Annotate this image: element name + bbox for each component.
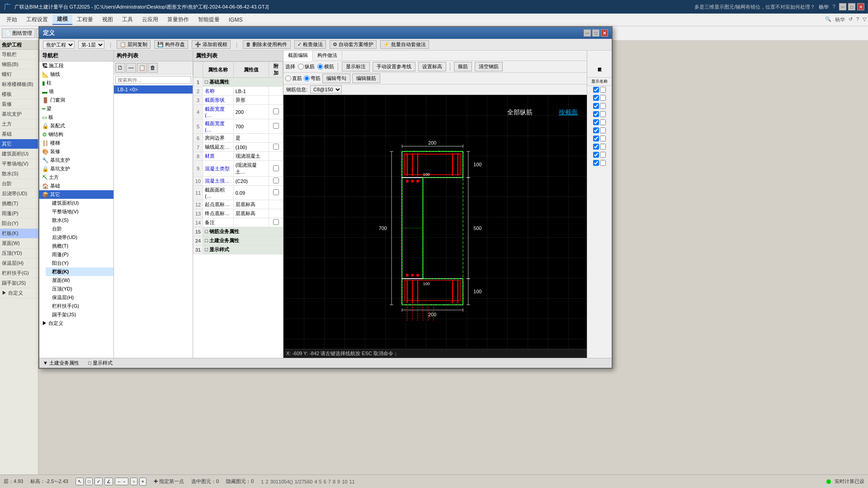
prop-value[interactable]: 层底标高: [233, 200, 269, 209]
menu-igms[interactable]: IGMS: [224, 16, 247, 24]
rp-check7[interactable]: [593, 111, 599, 117]
nav-foundation[interactable]: 🏠基础: [39, 182, 113, 190]
table-row[interactable]: 2 名称 LB-1: [193, 87, 283, 96]
bent-radio-input[interactable]: [304, 75, 310, 81]
bent-radio[interactable]: 弯筋: [304, 75, 321, 82]
def-maximize-button[interactable]: □: [592, 29, 599, 37]
nav-coping[interactable]: 压顶(YD): [46, 285, 113, 293]
minimize-button[interactable]: ─: [839, 3, 846, 10]
rp-check12[interactable]: [600, 127, 606, 133]
rp-check2[interactable]: [600, 87, 606, 93]
prop-value[interactable]: 0.09: [233, 186, 269, 200]
prop-value[interactable]: 700: [233, 119, 269, 134]
nav-scaffold[interactable]: 踢手架(JS): [46, 310, 113, 319]
nav-post-cast[interactable]: 后浇带(UD): [46, 233, 113, 242]
sidebar-item-parapet[interactable]: 栏板(K): [0, 229, 38, 239]
nav-column[interactable]: ▮柱: [39, 79, 113, 87]
rp-check14[interactable]: [600, 136, 606, 141]
sidebar-item-base[interactable]: 基础: [0, 129, 38, 139]
sidebar-item-floor-area[interactable]: 建筑面积(U): [0, 149, 38, 159]
status-check-btn[interactable]: ✓: [94, 478, 103, 485]
horizontal-rebar-radio[interactable]: 横筋: [317, 63, 334, 70]
prop-extra[interactable]: [269, 186, 283, 200]
rp-check16[interactable]: [600, 144, 606, 150]
nav-scatter[interactable]: 散水(S): [46, 216, 113, 225]
rp-check18[interactable]: [600, 152, 606, 158]
sidebar-item-earthwork[interactable]: 土方: [0, 119, 38, 129]
comp-copy-button[interactable]: 📋: [137, 63, 147, 73]
prop-value[interactable]: (现浇混凝土…: [233, 161, 269, 177]
prop-value[interactable]: 现浇混凝土: [233, 152, 269, 161]
straight-radio[interactable]: 直筋: [285, 75, 302, 82]
comp-search-input[interactable]: [115, 76, 191, 84]
sidebar-item-foundation[interactable]: 基坑支护: [0, 109, 38, 119]
nav-door-window[interactable]: 🚪门窗洞: [39, 96, 113, 104]
sidebar-item-rebar[interactable]: 钢筋(B): [0, 60, 38, 70]
table-row[interactable]: 8 材质 现浇混凝土: [193, 152, 283, 161]
sidebar-item-nav[interactable]: 导航栏: [0, 50, 38, 60]
table-row[interactable]: 6 房间边界 是: [193, 134, 283, 143]
project-select[interactable]: 焦炉工程: [43, 41, 75, 49]
sidebar-item-scaffold[interactable]: 踢手架(JS): [0, 278, 38, 288]
horizontal-radio-input[interactable]: [317, 64, 323, 70]
prop-value[interactable]: (100): [233, 143, 269, 152]
rp-check9[interactable]: [593, 119, 599, 125]
prop-value[interactable]: LB-1: [233, 87, 269, 96]
table-row[interactable]: 14 备注: [193, 218, 283, 227]
rp-check11[interactable]: [593, 127, 599, 133]
prop-extra[interactable]: [269, 143, 283, 152]
table-row[interactable]: 9 混凝土类型 (现浇混凝土…: [193, 161, 283, 177]
rp-check3[interactable]: [593, 95, 599, 101]
nav-axis[interactable]: 📐轴线: [39, 70, 113, 79]
menu-cloud[interactable]: 云应用: [137, 15, 163, 24]
prop-value[interactable]: 异形: [233, 96, 269, 105]
prop-extra[interactable]: [269, 177, 283, 186]
sidebar-item-floor-slab[interactable]: 标准楼梯板(B): [0, 80, 38, 89]
sidebar-item-insulation[interactable]: 保温层(H): [0, 258, 38, 268]
nav-slab[interactable]: ▭板: [39, 113, 113, 122]
tab-comp-method[interactable]: 构件做法: [313, 51, 342, 61]
sidebar-item-custom[interactable]: ▶ 自定义: [0, 288, 38, 298]
menu-start[interactable]: 开始: [2, 15, 22, 24]
sidebar-item-scatter[interactable]: 散水(S): [0, 169, 38, 179]
prop-checkbox[interactable]: [273, 144, 279, 150]
edit-stirrup-btn[interactable]: 编辑箍筋: [352, 74, 380, 83]
sidebar-item-canopy[interactable]: 雨蓬(P): [0, 209, 38, 219]
sidebar-item-floors[interactable]: 楼板: [0, 89, 38, 99]
rp-check13[interactable]: [593, 136, 599, 141]
menu-view[interactable]: 视图: [98, 15, 118, 24]
sidebar-item-leveling[interactable]: 平整场地(V): [0, 159, 38, 169]
layer-copy-btn[interactable]: 📋 层间复制: [117, 40, 151, 49]
nav-insulation[interactable]: 保温层(H): [46, 293, 113, 302]
prop-extra[interactable]: [269, 119, 283, 134]
drawing-mgmt-button[interactable]: 📄 图纸管理: [2, 28, 35, 38]
set-elevation-btn[interactable]: 设置标高: [418, 62, 446, 71]
nav-wall[interactable]: ▬墙: [39, 87, 113, 96]
def-minimize-button[interactable]: ─: [584, 29, 591, 37]
rp-check15[interactable]: [593, 144, 599, 150]
help-icon[interactable]: ?: [832, 4, 835, 10]
table-row[interactable]: 3 截面形状 异形: [193, 96, 283, 105]
table-row[interactable]: 10 混凝土强… (C20): [193, 177, 283, 186]
comp-save-btn[interactable]: 💾 构件存盘: [154, 40, 188, 49]
sidebar-item-balcony[interactable]: 阳台(Y): [0, 219, 38, 229]
prop-value[interactable]: (C20): [233, 177, 269, 186]
comp-delete-button[interactable]: 🗑: [148, 63, 158, 73]
prop-value[interactable]: 是: [233, 134, 269, 143]
table-row[interactable]: 12 起点底标… 层底标高: [193, 200, 283, 209]
prop-extra[interactable]: [269, 218, 283, 227]
nav-cornice[interactable]: 挑檐(T): [46, 242, 113, 250]
comp-new-button[interactable]: 🗋: [115, 63, 125, 73]
table-row[interactable]: 13 终点底标… 层底标高: [193, 209, 283, 218]
nav-canopy[interactable]: 雨蓬(P): [46, 250, 113, 259]
sidebar-item-pj[interactable]: 后浇带(UD): [0, 189, 38, 199]
table-row[interactable]: 7 轴线延左… (100): [193, 143, 283, 152]
table-row[interactable]: 11 截面面积(… 0.09: [193, 186, 283, 200]
straight-radio-input[interactable]: [285, 75, 291, 81]
nav-railing[interactable]: 栏杆扶手(G): [46, 302, 113, 310]
sidebar-item-other[interactable]: 其它: [0, 139, 38, 149]
prop-checkbox[interactable]: [273, 165, 279, 171]
nav-parapet[interactable]: 栏板(K): [46, 267, 113, 276]
sidebar-item-coping[interactable]: 压顶(YD): [0, 249, 38, 258]
prop-checkbox[interactable]: [273, 108, 279, 114]
